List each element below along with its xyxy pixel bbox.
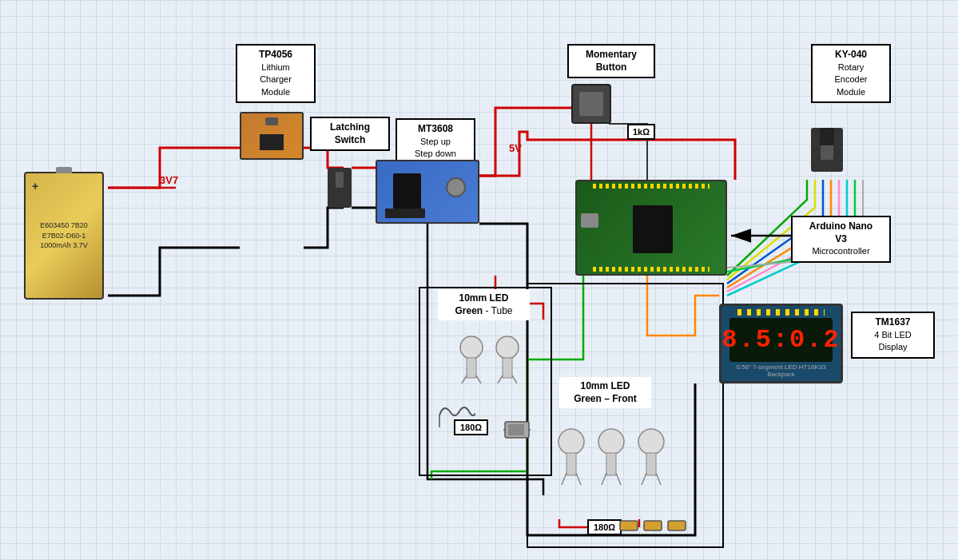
ky040-body: [811, 128, 843, 172]
arduino-title: Arduino NanoV3: [809, 220, 873, 244]
resistor-180-front-value: 180Ω: [594, 522, 615, 532]
svg-line-30: [656, 473, 661, 485]
ky040-module: [807, 104, 847, 176]
svg-rect-31: [620, 521, 638, 530]
svg-point-5: [460, 336, 483, 359]
svg-rect-10: [503, 358, 512, 378]
tm1637-display: 8.5:0.2 0.56" 7-segment LED HT16K33 Back…: [719, 304, 843, 383]
svg-line-25: [602, 473, 606, 485]
tp4056-title: TP4056: [259, 49, 292, 60]
arduino-main-chip: [633, 205, 673, 253]
svg-line-21: [562, 473, 566, 485]
latching-switch: [328, 168, 352, 208]
led-tube-2: [491, 336, 523, 383]
svg-rect-20: [566, 453, 576, 475]
svg-point-27: [638, 429, 664, 455]
momentary-button-inner: [579, 92, 603, 116]
arduino-bottom-pins: [593, 267, 710, 272]
battery-plus-symbol: +: [32, 180, 38, 193]
svg-line-7: [462, 375, 467, 383]
ky040-subtitle: RotaryEncoderModule: [835, 62, 868, 97]
arduino-usb-port: [581, 213, 598, 228]
led-tube-component: [503, 415, 531, 443]
resistor-180-front: 180Ω: [587, 519, 622, 535]
led-tube-1: [455, 336, 487, 383]
svg-rect-6: [467, 358, 476, 378]
svg-rect-24: [606, 453, 616, 475]
tm1637-connectors: [737, 309, 825, 316]
tp4056-subtitle: LithiumChargerModule: [260, 62, 292, 97]
led-tube-title: 10mm LEDGreen - Tube: [455, 292, 512, 316]
mt3608-connector: [385, 209, 425, 218]
momentary-button[interactable]: [571, 84, 611, 124]
mt3608-subtitle: Step upStep down: [415, 137, 456, 159]
resistor-180-tube: 180Ω: [454, 419, 488, 435]
led-front-title: 10mm LEDGreen – Front: [574, 380, 637, 404]
svg-line-26: [616, 473, 621, 485]
svg-rect-18: [508, 424, 524, 435]
resistor-1k-value: 1kΩ: [633, 127, 650, 137]
momentary-button-label: MomentaryButton: [567, 44, 655, 78]
resistor-1k-label: 1kΩ: [627, 124, 655, 140]
arduino-subtitle: Microcontroller: [812, 246, 869, 256]
momentary-button-title: MomentaryButton: [586, 49, 637, 73]
battery: + E603450 7B20 E7B02-D60-1 1000mAh 3.7V: [24, 172, 104, 300]
svg-rect-1: [527, 284, 723, 547]
resistor-front-symbol-2: [643, 518, 663, 534]
tm1637-title: TM1637: [875, 316, 910, 328]
mt3608-module: [376, 160, 479, 224]
voltage-3v7-text: 3V7: [160, 174, 178, 186]
voltage-5v-text: 5V: [509, 142, 522, 154]
led-tube-label: 10mm LEDGreen - Tube: [438, 289, 530, 320]
latching-switch-label: Latching Switch: [310, 117, 390, 151]
tm1637-label: TM1637 4 Bit LEDDisplay: [851, 312, 935, 359]
ky040-label: KY-040 RotaryEncoderModule: [811, 44, 891, 103]
led-front-label: 10mm LEDGreen – Front: [559, 377, 651, 408]
voltage-5v-label: 5V: [509, 142, 522, 154]
tm1637-bottom-text: 0.56" 7-segment LED HT16K33 Backpack: [725, 363, 837, 378]
svg-line-22: [576, 473, 581, 485]
svg-rect-37: [668, 521, 686, 530]
battery-terminal: [56, 167, 72, 173]
tm1637-screen: 8.5:0.2: [729, 318, 833, 362]
ky040-shaft: [821, 128, 833, 160]
mt3608-potentiometer: [446, 177, 466, 197]
svg-line-29: [642, 473, 646, 485]
led-front-2: [595, 427, 627, 487]
svg-line-8: [476, 375, 481, 383]
battery-text: E603450 7B20 E7B02-D60-1 1000mAh 3.7V: [37, 217, 91, 254]
led-front-1: [555, 427, 587, 487]
svg-point-23: [598, 429, 624, 455]
resistor-180-tube-value: 180Ω: [460, 423, 482, 432]
tp4056-label: TP4056 LithiumChargerModule: [236, 44, 316, 103]
led-front-3: [635, 427, 667, 487]
mt3608-ic: [393, 173, 421, 213]
svg-line-11: [498, 375, 503, 383]
latching-switch-knob: [336, 172, 344, 188]
arduino-label: Arduino NanoV3 Microcontroller: [791, 216, 891, 263]
svg-point-19: [559, 429, 584, 455]
tp4056-usb-port: [265, 117, 278, 125]
ky040-title: KY-040: [835, 49, 867, 60]
tp4056-chip: [260, 134, 284, 150]
voltage-3v7-label: 3V7: [160, 174, 178, 186]
svg-point-9: [496, 336, 519, 359]
tp4056-module: [240, 112, 304, 160]
svg-rect-34: [644, 521, 662, 530]
arduino-nano: [575, 180, 727, 276]
svg-line-12: [512, 375, 517, 383]
tm1637-subtitle: 4 Bit LEDDisplay: [874, 330, 911, 352]
mt3608-label: MT3608 Step upStep down: [396, 118, 475, 165]
mt3608-title: MT3608: [418, 123, 453, 134]
resistor-front-symbol-1: [619, 518, 639, 534]
arduino-top-pins: [593, 184, 710, 189]
resistor-front-symbol-3: [667, 518, 687, 534]
ky040-knob: [820, 128, 834, 145]
latching-switch-title: Latching Switch: [330, 121, 370, 145]
svg-rect-28: [646, 453, 656, 475]
tm1637-digits: 8.5:0.2: [721, 325, 840, 355]
